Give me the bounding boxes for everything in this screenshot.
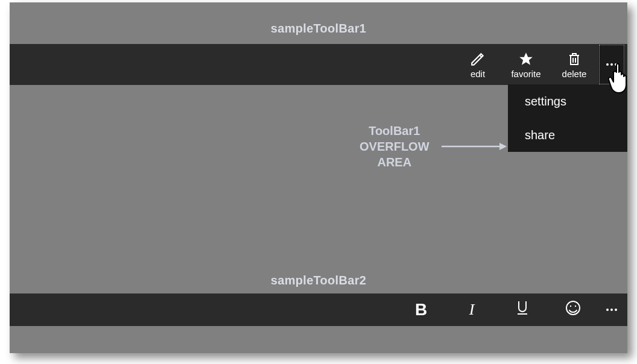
- favorite-button[interactable]: favorite: [502, 44, 550, 85]
- svg-point-4: [570, 305, 571, 306]
- overflow-item-label: settings: [525, 95, 566, 108]
- delete-label: delete: [562, 69, 587, 79]
- favorite-label: favorite: [511, 69, 540, 79]
- edit-button[interactable]: edit: [454, 44, 502, 85]
- toolbar1: edit favorite delete: [10, 44, 627, 85]
- bold-button[interactable]: B: [396, 293, 446, 326]
- overflow-annotation: ToolBar1 OVERFLOW AREA: [360, 123, 507, 170]
- svg-marker-1: [499, 143, 507, 150]
- toolbar1-title: sampleToolBar1: [10, 2, 627, 44]
- app-stage: sampleToolBar1 edit favorite: [10, 2, 627, 353]
- overflow-item-share[interactable]: share: [508, 118, 627, 152]
- svg-point-5: [575, 305, 576, 306]
- toolbar2-more-button[interactable]: [598, 293, 625, 326]
- more-icon: [606, 309, 617, 311]
- toolbar2-title: sampleToolBar2: [10, 274, 627, 293]
- overflow-item-label: share: [525, 128, 555, 142]
- toolbar2: B I: [10, 293, 627, 326]
- annotation-text: ToolBar1 OVERFLOW AREA: [360, 123, 429, 170]
- bold-icon: B: [415, 300, 427, 319]
- toolbar1-more-button[interactable]: [598, 44, 625, 85]
- delete-button[interactable]: delete: [550, 44, 598, 85]
- italic-button[interactable]: I: [446, 293, 497, 326]
- underline-icon: [516, 300, 529, 321]
- edit-label: edit: [471, 69, 485, 79]
- emoticon-icon: [565, 300, 581, 320]
- overflow-item-settings[interactable]: settings: [508, 84, 627, 118]
- toolbar1-overflow-menu: settings share: [508, 84, 627, 152]
- arrow-right-icon: [440, 140, 507, 152]
- edit-icon: [469, 51, 486, 67]
- underline-button[interactable]: [497, 293, 548, 326]
- emoticon-button[interactable]: [548, 293, 598, 326]
- trash-icon: [566, 51, 583, 67]
- star-icon: [518, 51, 534, 67]
- more-icon: [606, 63, 617, 66]
- italic-icon: I: [469, 301, 475, 319]
